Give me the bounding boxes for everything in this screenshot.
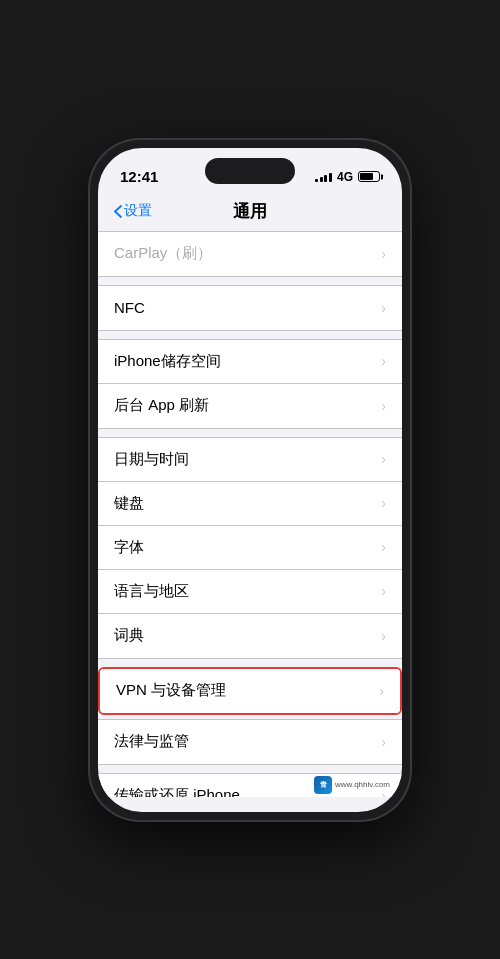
network-type: 4G	[337, 170, 353, 184]
settings-row-dictionary[interactable]: 词典 ›	[98, 614, 402, 658]
settings-row-nfc[interactable]: NFC ›	[98, 286, 402, 330]
carplay-chevron: ›	[381, 246, 386, 262]
signal-bar-2	[320, 177, 323, 182]
legal-chevron: ›	[381, 734, 386, 750]
nfc-label: NFC	[114, 299, 145, 316]
settings-row-keyboard[interactable]: 键盘 ›	[98, 482, 402, 526]
vpn-highlight-container: VPN 与设备管理 ›	[98, 667, 402, 715]
dictionary-label: 词典	[114, 626, 144, 645]
section-carplay: CarPlay（刷） ›	[98, 231, 402, 277]
settings-row-carplay[interactable]: CarPlay（刷） ›	[98, 232, 402, 276]
language-label: 语言与地区	[114, 582, 189, 601]
settings-row-storage[interactable]: iPhone储存空间 ›	[98, 340, 402, 384]
settings-content[interactable]: CarPlay（刷） › NFC › iPhone储存空间 › 后台 App 刷…	[98, 231, 402, 797]
signal-bars	[315, 171, 332, 182]
phone-screen: 12:41 4G	[98, 148, 402, 812]
chevron-left-icon	[114, 205, 122, 218]
fonts-chevron: ›	[381, 539, 386, 555]
background-refresh-chevron: ›	[381, 398, 386, 414]
signal-bar-3	[324, 175, 327, 182]
keyboard-chevron: ›	[381, 495, 386, 511]
settings-row-datetime[interactable]: 日期与时间 ›	[98, 438, 402, 482]
settings-row-background-refresh[interactable]: 后台 App 刷新 ›	[98, 384, 402, 428]
watermark: 青 www.qhhlv.com	[314, 776, 390, 794]
storage-chevron: ›	[381, 353, 386, 369]
carplay-label: CarPlay（刷）	[114, 244, 212, 263]
settings-row-vpn[interactable]: VPN 与设备管理 ›	[100, 669, 400, 713]
legal-label: 法律与监管	[114, 732, 189, 751]
status-right-icons: 4G	[315, 170, 380, 184]
watermark-url: www.qhhlv.com	[335, 780, 390, 789]
dynamic-island	[205, 158, 295, 184]
navigation-bar: 设置 通用	[98, 196, 402, 231]
vpn-label: VPN 与设备管理	[116, 681, 226, 700]
battery-icon	[358, 171, 380, 182]
phone-frame: 12:41 4G	[90, 140, 410, 820]
page-title: 通用	[233, 200, 267, 223]
status-time: 12:41	[120, 168, 158, 185]
vpn-chevron: ›	[379, 683, 384, 699]
nfc-chevron: ›	[381, 300, 386, 316]
back-button[interactable]: 设置	[114, 202, 152, 220]
section-datetime: 日期与时间 › 键盘 › 字体 › 语言与地区 › 词典 ›	[98, 437, 402, 659]
fonts-label: 字体	[114, 538, 144, 557]
section-legal: 法律与监管 ›	[98, 719, 402, 765]
settings-row-fonts[interactable]: 字体 ›	[98, 526, 402, 570]
back-label: 设置	[124, 202, 152, 220]
watermark-logo-icon: 青	[314, 776, 332, 794]
settings-row-legal[interactable]: 法律与监管 ›	[98, 720, 402, 764]
datetime-chevron: ›	[381, 451, 386, 467]
signal-bar-4	[329, 173, 332, 182]
datetime-label: 日期与时间	[114, 450, 189, 469]
section-nfc: NFC ›	[98, 285, 402, 331]
keyboard-label: 键盘	[114, 494, 144, 513]
signal-bar-1	[315, 179, 318, 182]
transfer-label: 传输或还原 iPhone	[114, 786, 240, 797]
dictionary-chevron: ›	[381, 628, 386, 644]
storage-label: iPhone储存空间	[114, 352, 221, 371]
language-chevron: ›	[381, 583, 386, 599]
settings-row-language[interactable]: 语言与地区 ›	[98, 570, 402, 614]
background-refresh-label: 后台 App 刷新	[114, 396, 209, 415]
section-storage: iPhone储存空间 › 后台 App 刷新 ›	[98, 339, 402, 429]
